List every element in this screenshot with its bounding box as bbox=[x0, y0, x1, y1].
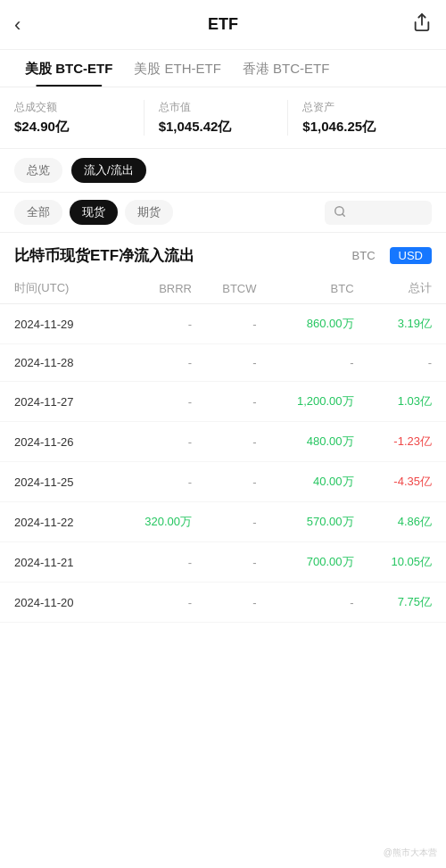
cell-btc: 700.00万 bbox=[262, 542, 359, 583]
currency-usd[interactable]: USD bbox=[390, 247, 432, 264]
tab-btc-etf[interactable]: 美股 BTC-ETF bbox=[14, 50, 123, 87]
cell-btc: 480.00万 bbox=[262, 422, 359, 462]
svg-line-2 bbox=[343, 213, 345, 216]
watermark: @熊市大本营 bbox=[384, 847, 437, 859]
filter-all[interactable]: 全部 bbox=[14, 200, 62, 225]
col-total: 总计 bbox=[359, 273, 446, 304]
tab-eth-etf[interactable]: 美股 ETH-ETF bbox=[123, 50, 232, 87]
cell-date: 2024-11-27 bbox=[0, 382, 114, 422]
cell-btcw: - bbox=[197, 304, 262, 344]
cell-brrr: - bbox=[114, 542, 197, 583]
cell-date: 2024-11-28 bbox=[0, 344, 114, 382]
stat-market-cap-label: 总市值 bbox=[159, 100, 279, 115]
cell-total: - bbox=[359, 344, 446, 382]
secondary-tabs: 总览 流入/流出 bbox=[0, 149, 446, 193]
search-icon bbox=[334, 205, 346, 220]
cell-brrr: - bbox=[114, 344, 197, 382]
table-row: 2024-11-25 - - 40.00万 -4.35亿 bbox=[0, 462, 446, 502]
stat-volume-label: 总成交额 bbox=[14, 100, 135, 115]
cell-total: -4.35亿 bbox=[359, 462, 446, 502]
back-button[interactable]: ‹ bbox=[14, 13, 21, 37]
filter-row: 全部 现货 期货 bbox=[0, 193, 446, 233]
table-row: 2024-11-26 - - 480.00万 -1.23亿 bbox=[0, 422, 446, 462]
cell-date: 2024-11-25 bbox=[0, 462, 114, 502]
currency-toggle: BTC USD bbox=[343, 247, 432, 264]
section-title: 比特币现货ETF净流入流出 BTC USD bbox=[0, 233, 446, 273]
cell-btc: 40.00万 bbox=[262, 462, 359, 502]
cell-date: 2024-11-20 bbox=[0, 583, 114, 623]
cell-total: -1.23亿 bbox=[359, 422, 446, 462]
cell-btcw: - bbox=[197, 344, 262, 382]
cell-brrr: 320.00万 bbox=[114, 502, 197, 542]
tab-inflow-outflow[interactable]: 流入/流出 bbox=[71, 158, 146, 183]
col-date: 时间(UTC) bbox=[0, 273, 114, 304]
cell-total: 10.05亿 bbox=[359, 542, 446, 583]
cell-btcw: - bbox=[197, 462, 262, 502]
cell-btc: - bbox=[262, 583, 359, 623]
col-brrr: BRRR bbox=[114, 273, 197, 304]
filter-futures[interactable]: 期货 bbox=[125, 200, 173, 225]
cell-btcw: - bbox=[197, 422, 262, 462]
tab-overview[interactable]: 总览 bbox=[14, 158, 62, 183]
stats-row: 总成交额 $24.90亿 总市值 $1,045.42亿 总资产 $1,046.2… bbox=[0, 87, 446, 149]
table-row: 2024-11-22 320.00万 - 570.00万 4.86亿 bbox=[0, 502, 446, 542]
cell-brrr: - bbox=[114, 304, 197, 344]
cell-total: 3.19亿 bbox=[359, 304, 446, 344]
cell-date: 2024-11-26 bbox=[0, 422, 114, 462]
stat-assets-value: $1,046.25亿 bbox=[302, 119, 423, 136]
table-row: 2024-11-21 - - 700.00万 10.05亿 bbox=[0, 542, 446, 583]
header: ‹ ETF bbox=[0, 0, 446, 50]
currency-btc[interactable]: BTC bbox=[343, 247, 384, 264]
table-row: 2024-11-27 - - 1,200.00万 1.03亿 bbox=[0, 382, 446, 422]
filter-spot[interactable]: 现货 bbox=[70, 200, 118, 225]
cell-btcw: - bbox=[197, 502, 262, 542]
cell-btcw: - bbox=[197, 583, 262, 623]
col-btcw: BTCW bbox=[197, 273, 262, 304]
col-btc: BTC bbox=[262, 273, 359, 304]
page-title: ETF bbox=[208, 15, 238, 34]
cell-btcw: - bbox=[197, 382, 262, 422]
stat-assets-label: 总资产 bbox=[302, 100, 423, 115]
cell-brrr: - bbox=[114, 583, 197, 623]
stat-market-cap-value: $1,045.42亿 bbox=[159, 119, 279, 136]
cell-total: 4.86亿 bbox=[359, 502, 446, 542]
search-box[interactable] bbox=[325, 201, 432, 225]
cell-total: 1.03亿 bbox=[359, 382, 446, 422]
table-row: 2024-11-28 - - - - bbox=[0, 344, 446, 382]
stat-assets: 总资产 $1,046.25亿 bbox=[287, 100, 432, 136]
cell-brrr: - bbox=[114, 382, 197, 422]
cell-date: 2024-11-29 bbox=[0, 304, 114, 344]
cell-brrr: - bbox=[114, 422, 197, 462]
stat-volume: 总成交额 $24.90亿 bbox=[14, 100, 144, 136]
table-row: 2024-11-20 - - - 7.75亿 bbox=[0, 583, 446, 623]
cell-date: 2024-11-22 bbox=[0, 502, 114, 542]
primary-tabs: 美股 BTC-ETF 美股 ETH-ETF 香港 BTC-ETF bbox=[0, 50, 446, 87]
table-header: 时间(UTC) BRRR BTCW BTC 总计 bbox=[0, 273, 446, 304]
cell-btc: 570.00万 bbox=[262, 502, 359, 542]
data-table: 时间(UTC) BRRR BTCW BTC 总计 2024-11-29 - - … bbox=[0, 273, 446, 623]
cell-btc: 860.00万 bbox=[262, 304, 359, 344]
table-row: 2024-11-29 - - 860.00万 3.19亿 bbox=[0, 304, 446, 344]
tab-hk-btc-etf[interactable]: 香港 BTC-ETF bbox=[232, 50, 341, 87]
stat-market-cap: 总市值 $1,045.42亿 bbox=[144, 100, 288, 136]
share-button[interactable] bbox=[412, 12, 432, 37]
cell-btc: - bbox=[262, 344, 359, 382]
cell-btc: 1,200.00万 bbox=[262, 382, 359, 422]
cell-brrr: - bbox=[114, 462, 197, 502]
cell-total: 7.75亿 bbox=[359, 583, 446, 623]
cell-date: 2024-11-21 bbox=[0, 542, 114, 583]
stat-volume-value: $24.90亿 bbox=[14, 119, 135, 136]
cell-btcw: - bbox=[197, 542, 262, 583]
section-title-text: 比特币现货ETF净流入流出 bbox=[14, 245, 194, 266]
